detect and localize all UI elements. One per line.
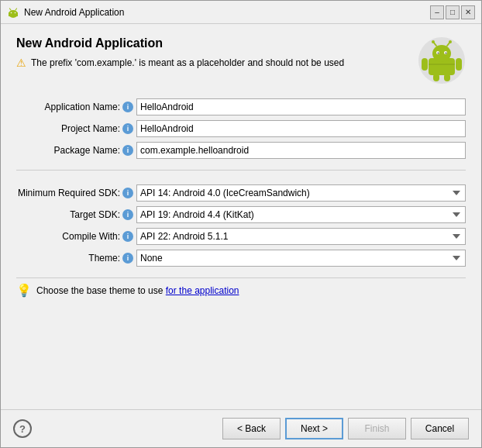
minimize-button[interactable]: – — [430, 5, 444, 19]
hint-text: Choose the base theme to use for the app… — [36, 285, 239, 296]
app-name-info-icon[interactable]: i — [122, 102, 133, 112]
package-name-row: Package Name: i — [16, 142, 466, 159]
button-bar-right: < Back Next > Finish Cancel — [222, 418, 469, 439]
project-name-input[interactable] — [136, 120, 466, 137]
package-name-label: Package Name: i — [16, 145, 136, 156]
svg-point-2 — [11, 12, 12, 13]
svg-point-8 — [432, 45, 451, 62]
svg-rect-18 — [456, 58, 462, 71]
maximize-button[interactable]: □ — [446, 5, 460, 19]
application-name-label: Application Name: i — [16, 102, 136, 112]
application-name-input[interactable] — [136, 98, 466, 115]
min-sdk-row: Minimum Required SDK: i API 14: Android … — [16, 184, 466, 202]
svg-line-4 — [10, 9, 12, 10]
form-section: Application Name: i Project Name: i Pack… — [16, 98, 466, 164]
back-button[interactable]: < Back — [222, 418, 281, 439]
target-sdk-info-icon[interactable]: i — [122, 209, 133, 220]
dialog-header-left: New Android Application ⚠ The prefix 'co… — [16, 36, 418, 69]
title-bar-controls: – □ ✕ — [430, 5, 475, 19]
theme-info-icon[interactable]: i — [122, 253, 133, 264]
title-bar: New Android Application – □ ✕ — [1, 1, 481, 24]
button-bar: ? < Back Next > Finish Cancel — [1, 409, 481, 447]
android-logo — [418, 36, 466, 84]
dialog-title: New Android Application — [16, 36, 418, 50]
package-name-input[interactable] — [136, 142, 466, 159]
project-name-label: Project Name: i — [16, 123, 136, 134]
hint-section: 💡 Choose the base theme to use for the a… — [16, 277, 466, 302]
finish-button[interactable]: Finish — [348, 418, 406, 439]
hint-bulb-icon: 💡 — [16, 283, 32, 298]
dialog-content: New Android Application ⚠ The prefix 'co… — [1, 24, 481, 409]
warning-row: ⚠ The prefix 'com.example.' is meant as … — [16, 57, 418, 69]
svg-rect-17 — [422, 58, 428, 71]
warning-text: The prefix 'com.example.' is meant as a … — [31, 57, 344, 68]
compile-with-row: Compile With: i API 22: Android 5.1.1 — [16, 228, 466, 245]
compile-with-select[interactable]: API 22: Android 5.1.1 — [136, 228, 466, 245]
svg-point-16 — [449, 40, 452, 43]
package-name-info-icon[interactable]: i — [122, 145, 133, 156]
svg-rect-1 — [9, 12, 18, 16]
target-sdk-row: Target SDK: i API 19: Android 4.4 (KitKa… — [16, 206, 466, 223]
min-sdk-label: Minimum Required SDK: i — [16, 188, 136, 198]
target-sdk-select[interactable]: API 19: Android 4.4 (KitKat) — [136, 206, 466, 223]
form-separator — [16, 170, 466, 171]
application-name-row: Application Name: i — [16, 98, 466, 115]
button-bar-left: ? — [13, 419, 32, 438]
theme-select[interactable]: None — [136, 250, 466, 267]
project-name-row: Project Name: i — [16, 120, 466, 137]
theme-row: Theme: i None — [16, 250, 466, 267]
svg-point-12 — [446, 53, 447, 54]
theme-label: Theme: i — [16, 253, 136, 264]
svg-rect-20 — [444, 74, 450, 81]
spacer — [16, 302, 466, 401]
compile-with-info-icon[interactable]: i — [122, 231, 133, 242]
warning-icon: ⚠ — [16, 57, 26, 69]
next-button[interactable]: Next > — [285, 418, 343, 439]
project-name-info-icon[interactable]: i — [122, 123, 133, 134]
title-bar-left: New Android Application — [7, 6, 124, 19]
min-sdk-select[interactable]: API 14: Android 4.0 (IceCreamSandwich) — [136, 184, 466, 202]
dialog-header: New Android Application ⚠ The prefix 'co… — [16, 36, 466, 84]
dropdowns-section: Minimum Required SDK: i API 14: Android … — [16, 184, 466, 271]
hint-link[interactable]: for the application — [166, 285, 239, 296]
help-button[interactable]: ? — [13, 419, 32, 438]
svg-point-11 — [438, 53, 439, 54]
window-icon — [7, 6, 19, 19]
svg-line-5 — [15, 9, 17, 10]
compile-with-label: Compile With: i — [16, 231, 136, 242]
main-window: New Android Application – □ ✕ New Androi… — [0, 0, 482, 448]
target-sdk-label: Target SDK: i — [16, 209, 136, 220]
min-sdk-info-icon[interactable]: i — [122, 188, 133, 198]
svg-rect-19 — [433, 74, 439, 81]
svg-point-15 — [432, 40, 435, 43]
svg-point-3 — [15, 12, 16, 13]
close-button[interactable]: ✕ — [461, 5, 475, 19]
window-title: New Android Application — [24, 7, 124, 18]
cancel-button[interactable]: Cancel — [411, 418, 469, 439]
